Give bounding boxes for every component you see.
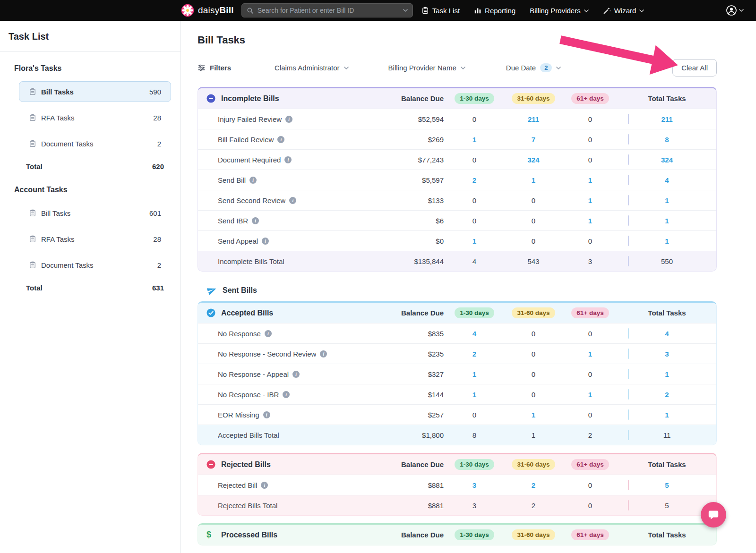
sidebar-item-document-tasks[interactable]: Document Tasks 2 (19, 133, 171, 154)
value-1-30-days[interactable]: 2 (444, 176, 505, 184)
col-1-30-days-pill: 1-30 days (455, 93, 494, 104)
dollar-icon[interactable]: $ (206, 530, 215, 539)
info-icon[interactable]: i (285, 116, 292, 123)
balance-due-value: $133 (363, 196, 444, 204)
sidebar-item-account-document-tasks[interactable]: Document Tasks 2 (19, 255, 171, 275)
total-tasks-value[interactable]: 3 (619, 350, 715, 358)
sidebar-section-floras-tasks: Flora's Tasks (14, 64, 180, 73)
filters-label: Filters (210, 64, 231, 72)
value-61plus-days[interactable]: 1 (562, 176, 619, 184)
value-61plus-days: 0 (562, 330, 619, 338)
value-1-30-days[interactable]: 2 (444, 350, 505, 358)
value-61plus-days: 0 (562, 411, 619, 419)
col-61plus-days-pill: 61+ days (571, 459, 609, 470)
value-31-60-days[interactable]: 324 (505, 156, 562, 164)
clear-all-button[interactable]: Clear All (672, 59, 717, 77)
info-icon[interactable]: i (284, 156, 292, 163)
info-icon[interactable]: i (292, 371, 300, 378)
sidebar-section-account-tasks: Account Tasks (14, 186, 180, 194)
sidebar-total-row: Total 631 (0, 281, 180, 295)
search-dropdown-icon[interactable] (403, 9, 408, 12)
row-label-cell: No Responsei (206, 330, 363, 338)
nav-reporting-label: Reporting (485, 7, 515, 15)
total-tasks-value[interactable]: 2 (619, 391, 715, 399)
value-31-60-days[interactable]: 7 (505, 136, 562, 144)
sidebar-item-bill-tasks[interactable]: Bill Tasks 590 (19, 81, 171, 102)
value-1-30-days[interactable]: 4 (444, 330, 505, 338)
clipboard-icon (29, 140, 36, 147)
table-header-row: Accepted BillsBalance Due1-30 days31-60 … (198, 303, 716, 323)
info-icon[interactable]: i (263, 411, 270, 418)
info-icon[interactable]: i (289, 197, 296, 204)
table-row: Send Appeali$01001 (198, 230, 716, 251)
value-1-30-days[interactable]: 1 (444, 136, 505, 144)
info-icon[interactable]: i (265, 330, 272, 337)
chat-widget-button[interactable] (701, 502, 726, 527)
value-1-30-days: 0 (444, 115, 505, 123)
filters-button[interactable]: Filters (198, 64, 231, 72)
sidebar-item-label: RFA Tasks (41, 114, 75, 122)
accepted-bills-table: Accepted BillsBalance Due1-30 days31-60 … (198, 301, 717, 445)
total-tasks-value[interactable]: 5 (619, 481, 715, 489)
row-label-cell: Bill Failed Reviewi (206, 136, 363, 144)
col-61plus-days: 61+ days (562, 529, 619, 540)
info-icon[interactable]: i (261, 482, 268, 489)
row-label: Send IBR (218, 217, 248, 225)
info-icon[interactable]: i (252, 217, 259, 224)
col-total-tasks: Total Tasks (619, 531, 715, 539)
minus-circle-icon[interactable] (206, 94, 215, 103)
value-1-30-days[interactable]: 1 (444, 237, 505, 245)
sidebar-item-account-rfa-tasks[interactable]: RFA Tasks 28 (19, 229, 171, 249)
value-1-30-days[interactable]: 3 (444, 481, 505, 489)
minus-circle-icon[interactable] (206, 460, 215, 469)
value-31-60-days[interactable]: 1 (505, 411, 562, 419)
check-circle-icon[interactable] (206, 308, 215, 317)
info-icon[interactable]: i (249, 177, 257, 184)
due-date-dropdown[interactable]: Due Date 2 (506, 63, 561, 72)
value-61plus-days: 0 (562, 370, 619, 378)
row-label: Bill Failed Review (218, 136, 274, 144)
nav-billing-providers[interactable]: Billing Providers (530, 7, 589, 15)
row-label: Injury Failed Review (218, 115, 282, 123)
account-menu[interactable] (726, 5, 744, 16)
search-input[interactable]: Search for Patient or enter Bill ID (241, 3, 413, 17)
table-row: Send IBRi$60011 (198, 210, 716, 230)
sidebar-item-rfa-tasks[interactable]: RFA Tasks 28 (19, 107, 171, 128)
value-61plus-days[interactable]: 1 (562, 350, 619, 358)
value-1-30-days: 0 (444, 411, 505, 419)
nav-task-list[interactable]: Task List (421, 7, 460, 15)
value-61plus-days[interactable]: 1 (562, 217, 619, 225)
nav-wizard[interactable]: Wizard (603, 7, 644, 15)
value-31-60-days[interactable]: 1 (505, 176, 562, 184)
value-31-60-days[interactable]: 211 (505, 115, 562, 123)
sidebar-item-account-bill-tasks[interactable]: Bill Tasks 601 (19, 203, 171, 223)
total-tasks-value[interactable]: 1 (619, 411, 715, 419)
billing-provider-name-dropdown[interactable]: Billing Provider Name (388, 64, 465, 72)
info-icon[interactable]: i (277, 136, 284, 143)
col-1-30-days: 1-30 days (444, 459, 505, 470)
total-tasks-value[interactable]: 8 (619, 136, 715, 144)
claims-administrator-dropdown[interactable]: Claims Administrator (275, 64, 349, 72)
total-tasks-value[interactable]: 1 (619, 370, 715, 378)
value-61plus-days[interactable]: 1 (562, 391, 619, 399)
total-tasks-value[interactable]: 1 (619, 196, 715, 204)
total-tasks-value[interactable]: 211 (619, 115, 715, 123)
total-tasks-value[interactable]: 1 (619, 237, 715, 245)
info-icon[interactable]: i (320, 350, 327, 357)
total-tasks-value[interactable]: 4 (619, 176, 715, 184)
value-1-30-days: 4 (444, 257, 505, 265)
value-31-60-days: 0 (505, 196, 562, 204)
balance-due-value: $1,800 (363, 431, 444, 439)
value-1-30-days[interactable]: 1 (444, 391, 505, 399)
nav-reporting[interactable]: Reporting (474, 7, 515, 15)
value-1-30-days[interactable]: 1 (444, 370, 505, 378)
total-tasks-value[interactable]: 4 (619, 330, 715, 338)
value-61plus-days: 0 (562, 136, 619, 144)
value-61plus-days[interactable]: 1 (562, 196, 619, 204)
total-tasks-value[interactable]: 324 (619, 156, 715, 164)
value-31-60-days[interactable]: 2 (505, 481, 562, 489)
info-icon[interactable]: i (283, 391, 290, 398)
info-icon[interactable]: i (262, 238, 269, 245)
total-tasks-value[interactable]: 1 (619, 217, 715, 225)
brand[interactable]: daisyBill (181, 4, 234, 17)
